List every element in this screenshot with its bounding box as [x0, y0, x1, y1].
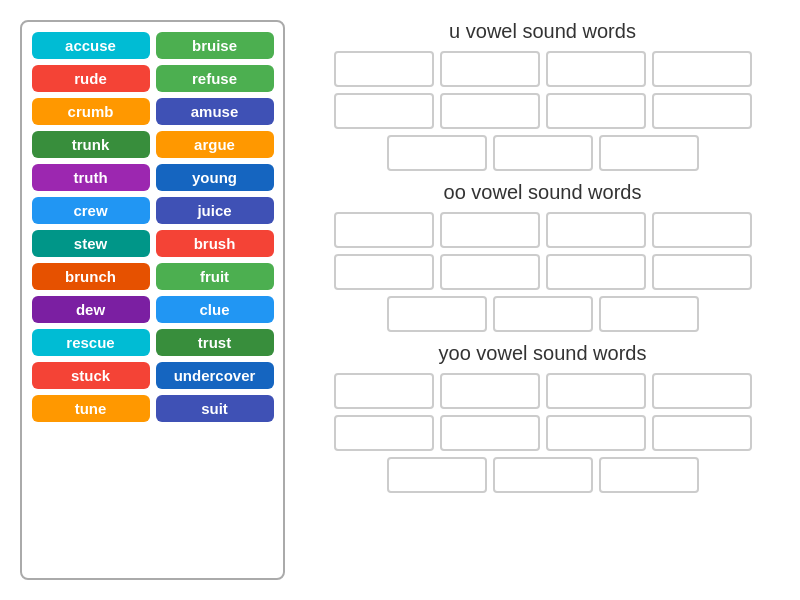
word-tile[interactable]: truth — [32, 164, 150, 191]
word-tile[interactable]: rude — [32, 65, 150, 92]
drop-box[interactable] — [546, 51, 646, 87]
word-bank-row: crumbamuse — [30, 98, 275, 125]
word-bank-row: truthyoung — [30, 164, 275, 191]
section-2: yoo vowel sound words — [305, 342, 780, 493]
word-bank-row: stuckundercover — [30, 362, 275, 389]
drop-row — [305, 415, 780, 451]
drop-box[interactable] — [440, 93, 540, 129]
drop-box[interactable] — [546, 212, 646, 248]
drop-row — [305, 51, 780, 87]
word-tile[interactable]: dew — [32, 296, 150, 323]
word-bank-row: accusebruise — [30, 32, 275, 59]
drop-box[interactable] — [440, 254, 540, 290]
drop-row — [305, 457, 780, 493]
word-tile[interactable]: crew — [32, 197, 150, 224]
word-tile[interactable]: clue — [156, 296, 274, 323]
word-tile[interactable]: rescue — [32, 329, 150, 356]
word-bank: accusebruiseruderefusecrumbamusetrunkarg… — [20, 20, 285, 580]
drop-box[interactable] — [334, 51, 434, 87]
drop-box[interactable] — [546, 373, 646, 409]
drop-box[interactable] — [334, 93, 434, 129]
word-tile[interactable]: juice — [156, 197, 274, 224]
word-tile[interactable]: stew — [32, 230, 150, 257]
word-bank-row: rescuetrust — [30, 329, 275, 356]
word-tile[interactable]: undercover — [156, 362, 274, 389]
drop-box[interactable] — [440, 212, 540, 248]
word-tile[interactable]: brush — [156, 230, 274, 257]
drop-box[interactable] — [599, 457, 699, 493]
word-tile[interactable]: crumb — [32, 98, 150, 125]
word-tile[interactable]: accuse — [32, 32, 150, 59]
drop-box[interactable] — [387, 296, 487, 332]
word-tile[interactable]: brunch — [32, 263, 150, 290]
word-bank-row: dewclue — [30, 296, 275, 323]
drop-row — [305, 296, 780, 332]
drop-box[interactable] — [652, 93, 752, 129]
drop-row — [305, 135, 780, 171]
drop-box[interactable] — [440, 415, 540, 451]
word-bank-row: tunesuit — [30, 395, 275, 422]
drop-box[interactable] — [652, 51, 752, 87]
word-tile[interactable]: young — [156, 164, 274, 191]
word-tile[interactable]: tune — [32, 395, 150, 422]
drop-box[interactable] — [334, 373, 434, 409]
drop-box[interactable] — [387, 457, 487, 493]
drop-box[interactable] — [493, 135, 593, 171]
drop-box[interactable] — [652, 415, 752, 451]
drop-box[interactable] — [334, 212, 434, 248]
drop-box[interactable] — [493, 296, 593, 332]
drop-box[interactable] — [440, 51, 540, 87]
word-bank-row: trunkargue — [30, 131, 275, 158]
word-tile[interactable]: amuse — [156, 98, 274, 125]
drop-box[interactable] — [599, 135, 699, 171]
word-tile[interactable]: bruise — [156, 32, 274, 59]
drop-row — [305, 373, 780, 409]
drop-row — [305, 93, 780, 129]
drop-box[interactable] — [546, 415, 646, 451]
drop-row — [305, 212, 780, 248]
drop-box[interactable] — [334, 415, 434, 451]
section-title: yoo vowel sound words — [305, 342, 780, 365]
drop-box[interactable] — [440, 373, 540, 409]
word-bank-row: stewbrush — [30, 230, 275, 257]
drop-grid — [305, 373, 780, 493]
drop-box[interactable] — [652, 212, 752, 248]
word-bank-row: crewjuice — [30, 197, 275, 224]
word-tile[interactable]: refuse — [156, 65, 274, 92]
word-tile[interactable]: trust — [156, 329, 274, 356]
drop-box[interactable] — [493, 457, 593, 493]
drop-box[interactable] — [652, 373, 752, 409]
drop-box[interactable] — [387, 135, 487, 171]
word-tile[interactable]: stuck — [32, 362, 150, 389]
drop-grid — [305, 212, 780, 332]
section-1: oo vowel sound words — [305, 181, 780, 332]
drop-box[interactable] — [546, 93, 646, 129]
word-tile[interactable]: fruit — [156, 263, 274, 290]
section-0: u vowel sound words — [305, 20, 780, 171]
section-title: u vowel sound words — [305, 20, 780, 43]
word-bank-row: ruderefuse — [30, 65, 275, 92]
word-tile[interactable]: trunk — [32, 131, 150, 158]
drop-grid — [305, 51, 780, 171]
drop-box[interactable] — [334, 254, 434, 290]
drop-box[interactable] — [546, 254, 646, 290]
drop-box[interactable] — [652, 254, 752, 290]
drop-row — [305, 254, 780, 290]
word-tile[interactable]: suit — [156, 395, 274, 422]
drop-box[interactable] — [599, 296, 699, 332]
word-bank-row: brunchfruit — [30, 263, 275, 290]
right-panel: u vowel sound wordsoo vowel sound wordsy… — [305, 20, 780, 580]
word-tile[interactable]: argue — [156, 131, 274, 158]
section-title: oo vowel sound words — [305, 181, 780, 204]
